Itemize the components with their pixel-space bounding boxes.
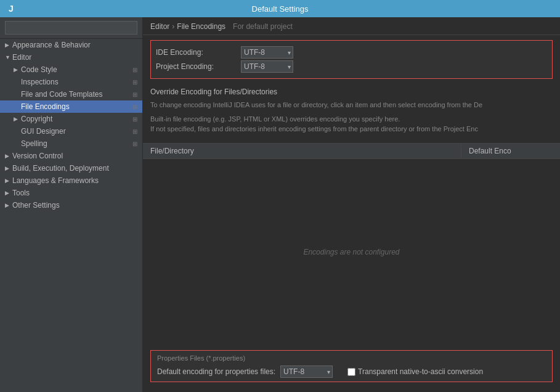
sidebar-label-code-style: Code Style bbox=[21, 65, 130, 74]
override-title: Override Encoding for Files/Directories bbox=[150, 88, 553, 96]
tree-arrow-editor: ▼ bbox=[5, 54, 12, 60]
content-area: Editor › File Encodings For default proj… bbox=[143, 17, 560, 392]
sidebar-label-file-encodings: File Encodings bbox=[21, 102, 130, 111]
breadcrumb-editor: Editor bbox=[150, 22, 169, 31]
properties-title: Properties Files (*.properties) bbox=[157, 354, 546, 362]
ide-encoding-label: IDE Encoding: bbox=[156, 48, 236, 57]
sidebar-label-spelling: Spelling bbox=[21, 139, 130, 148]
project-encoding-row: Project Encoding: UTF-8 ISO-8859-1 US-AS… bbox=[156, 60, 547, 73]
search-input[interactable] bbox=[5, 21, 137, 35]
ide-encoding-select[interactable]: UTF-8 ISO-8859-1 US-ASCII bbox=[241, 46, 293, 59]
override-desc2-line2: If not specified, files and directories … bbox=[150, 125, 478, 133]
project-encoding-select[interactable]: UTF-8 ISO-8859-1 US-ASCII bbox=[241, 60, 293, 73]
sidebar-icon-file-encodings: ⊞ bbox=[132, 104, 137, 110]
sidebar-label-version-control: Version Control bbox=[12, 152, 137, 160]
titlebar: J Default Settings bbox=[0, 0, 560, 17]
sidebar-item-gui-designer[interactable]: GUI Designer⊞ bbox=[0, 125, 142, 137]
sidebar-icon-copyright: ⊞ bbox=[132, 116, 137, 123]
table-col-default-enc: Default Enco bbox=[461, 144, 560, 158]
project-encoding-select-wrapper: UTF-8 ISO-8859-1 US-ASCII bbox=[241, 60, 293, 73]
sidebar-label-file-code-templates: File and Code Templates bbox=[21, 90, 130, 99]
tree-arrow-version-control: ▶ bbox=[5, 153, 12, 159]
content-bottom: Properties Files (*.properties) Default … bbox=[143, 345, 560, 392]
sidebar-item-file-code-templates[interactable]: File and Code Templates⊞ bbox=[0, 88, 142, 100]
tree-arrow-appearance: ▶ bbox=[5, 42, 12, 48]
window-title: Default Settings bbox=[252, 4, 309, 14]
table-empty-message: Encodings are not configured bbox=[143, 159, 560, 346]
tree-arrow-languages-frameworks: ▶ bbox=[5, 178, 12, 184]
sidebar-item-copyright[interactable]: ▶Copyright⊞ bbox=[0, 113, 142, 125]
table-header: File/Directory Default Enco bbox=[143, 144, 560, 159]
sidebar-label-languages-frameworks: Languages & Frameworks bbox=[12, 176, 137, 185]
transparent-conversion-label: Transparent native-to-ascii conversion bbox=[358, 367, 483, 376]
transparent-conversion-wrapper: Transparent native-to-ascii conversion bbox=[347, 367, 483, 376]
tree-arrow-other-settings: ▶ bbox=[5, 202, 12, 208]
tree-arrow-tools: ▶ bbox=[5, 190, 12, 196]
transparent-conversion-checkbox[interactable] bbox=[347, 368, 355, 376]
sidebar-item-inspections[interactable]: Inspections⊞ bbox=[0, 76, 142, 88]
search-bar bbox=[0, 17, 142, 39]
sidebar-icon-gui-designer: ⊞ bbox=[132, 128, 137, 135]
encoding-section: IDE Encoding: UTF-8 ISO-8859-1 US-ASCII … bbox=[150, 40, 553, 79]
sidebar-item-file-encodings[interactable]: File Encodings⊞ bbox=[0, 100, 142, 113]
properties-row: Default encoding for properties files: U… bbox=[157, 365, 546, 378]
sidebar-item-version-control[interactable]: ▶Version Control bbox=[0, 150, 142, 162]
sidebar: ▶Appearance & Behavior▼Editor▶Code Style… bbox=[0, 17, 143, 392]
sidebar-label-gui-designer: GUI Designer bbox=[21, 127, 130, 136]
project-encoding-label: Project Encoding: bbox=[156, 62, 236, 71]
sidebar-label-build-execution: Build, Execution, Deployment bbox=[12, 164, 137, 173]
ide-encoding-select-wrapper: UTF-8 ISO-8859-1 US-ASCII bbox=[241, 46, 293, 59]
properties-encoding-select-wrapper: UTF-8 ISO-8859-1 US-ASCII bbox=[280, 365, 333, 378]
properties-encoding-select[interactable]: UTF-8 ISO-8859-1 US-ASCII bbox=[280, 365, 333, 378]
for-default-label: For default project bbox=[233, 22, 293, 31]
sidebar-icon-code-style: ⊞ bbox=[132, 67, 137, 73]
override-desc2-line1: Built-in file encoding (e.g. JSP, HTML o… bbox=[150, 115, 400, 123]
sidebar-label-copyright: Copyright bbox=[21, 115, 130, 123]
app-icon: J bbox=[5, 2, 17, 15]
sidebar-item-code-style[interactable]: ▶Code Style⊞ bbox=[0, 63, 142, 76]
table-col-file-dir: File/Directory bbox=[143, 144, 461, 158]
sidebar-label-inspections: Inspections bbox=[21, 78, 130, 86]
sidebar-item-tools[interactable]: ▶Tools bbox=[0, 187, 142, 199]
sidebar-item-languages-frameworks[interactable]: ▶Languages & Frameworks bbox=[0, 174, 142, 187]
sidebar-label-other-settings: Other Settings bbox=[12, 201, 137, 210]
properties-section: Properties Files (*.properties) Default … bbox=[150, 350, 553, 382]
tree-arrow-build-execution: ▶ bbox=[5, 165, 12, 171]
table-container: File/Directory Default Enco Encodings ar… bbox=[143, 143, 560, 346]
sidebar-item-spelling[interactable]: Spelling⊞ bbox=[0, 137, 142, 150]
content-body: IDE Encoding: UTF-8 ISO-8859-1 US-ASCII … bbox=[143, 35, 560, 345]
properties-label: Default encoding for properties files: bbox=[157, 367, 275, 376]
sidebar-icon-inspections: ⊞ bbox=[132, 79, 137, 86]
tree-container: ▶Appearance & Behavior▼Editor▶Code Style… bbox=[0, 39, 142, 211]
sidebar-item-editor[interactable]: ▼Editor bbox=[0, 51, 142, 63]
override-section: Override Encoding for Files/Directories … bbox=[143, 84, 560, 143]
override-desc2: Built-in file encoding (e.g. JSP, HTML o… bbox=[150, 114, 553, 134]
sidebar-icon-file-code-templates: ⊞ bbox=[132, 91, 137, 98]
sidebar-item-other-settings[interactable]: ▶Other Settings bbox=[0, 199, 142, 211]
sidebar-item-appearance[interactable]: ▶Appearance & Behavior bbox=[0, 39, 142, 51]
sidebar-label-appearance: Appearance & Behavior bbox=[12, 41, 137, 49]
breadcrumb-separator: › bbox=[172, 22, 174, 31]
content-header: Editor › File Encodings For default proj… bbox=[143, 17, 560, 35]
tree-arrow-code-style: ▶ bbox=[14, 67, 21, 73]
override-desc1: To change encoding IntelliJ IDEA uses fo… bbox=[150, 100, 553, 110]
main-container: ▶Appearance & Behavior▼Editor▶Code Style… bbox=[0, 17, 560, 392]
breadcrumb-section: File Encodings bbox=[177, 22, 225, 31]
sidebar-item-build-execution[interactable]: ▶Build, Execution, Deployment bbox=[0, 162, 142, 174]
ide-encoding-row: IDE Encoding: UTF-8 ISO-8859-1 US-ASCII bbox=[156, 46, 547, 59]
tree-arrow-copyright: ▶ bbox=[14, 116, 21, 122]
sidebar-label-editor: Editor bbox=[12, 53, 137, 62]
sidebar-icon-spelling: ⊞ bbox=[132, 141, 137, 147]
sidebar-label-tools: Tools bbox=[12, 189, 137, 197]
